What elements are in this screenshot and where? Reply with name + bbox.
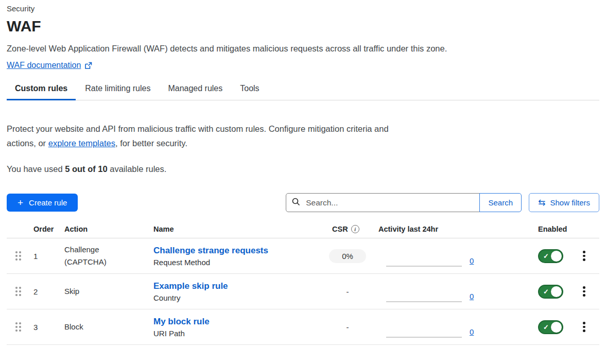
header-csr: CSR i (324, 225, 371, 233)
action-label: Block (64, 321, 83, 333)
explore-templates-link[interactable]: explore templates (48, 138, 115, 148)
tab-tools[interactable]: Tools (232, 84, 267, 100)
enabled-toggle[interactable]: ✓ (538, 285, 563, 299)
search-box (286, 193, 480, 212)
csr-cell: - (324, 323, 371, 332)
tab-label: Tools (240, 84, 259, 93)
enabled-cell: ✓ (538, 320, 569, 334)
toolbar: + Create rule Search ⇆ Show filters (7, 193, 599, 212)
drag-cell (7, 322, 33, 332)
tab-label: Rate limiting rules (85, 84, 150, 93)
toggle-knob (551, 286, 562, 297)
page-description: Zone-level Web Application Firewall (WAF… (7, 44, 599, 54)
enabled-cell: ✓ (538, 249, 569, 263)
usage-prefix: You have used (7, 164, 65, 174)
order-cell: 1 (33, 252, 64, 261)
search-icon (292, 198, 300, 208)
tab-label: Custom rules (15, 84, 67, 93)
action-cell: Challenge (CAPTCHA) (64, 244, 153, 268)
table-header-row: Order Action Name CSR i Activity last 24… (7, 225, 599, 238)
rules-table: Order Action Name CSR i Activity last 24… (7, 225, 599, 345)
show-filters-label: Show filters (550, 198, 590, 207)
order-cell: 2 (33, 287, 64, 296)
enabled-cell: ✓ (538, 285, 569, 299)
rule-name-link[interactable]: Example skip rule (153, 281, 228, 291)
intro-paragraph: Protect your website and API from malici… (7, 122, 390, 150)
waf-page: Security WAF Zone-level Web Application … (0, 0, 606, 345)
tab-custom-rules[interactable]: Custom rules (7, 84, 76, 100)
activity-count-link[interactable]: 0 (470, 292, 474, 301)
create-rule-button[interactable]: + Create rule (7, 194, 78, 212)
name-cell: Challenge strange requests Request Metho… (153, 246, 324, 267)
header-name: Name (153, 225, 324, 233)
breadcrumb: Security (7, 4, 599, 13)
usage-count: 5 out of 10 (65, 164, 108, 174)
drag-handle-icon[interactable] (15, 251, 21, 261)
rule-field-label: URI Path (153, 329, 324, 338)
header-enabled: Enabled (538, 225, 569, 233)
header-csr-label: CSR (332, 225, 348, 233)
activity-cell: 0 (371, 274, 484, 309)
name-cell: Example skip rule Country (153, 281, 324, 302)
doc-link-row: WAF documentation (7, 61, 599, 70)
search-group: Search ⇆ Show filters (286, 193, 599, 212)
drag-cell (7, 287, 33, 296)
usage-summary: You have used 5 out of 10 available rule… (7, 164, 599, 174)
swap-arrows-icon: ⇆ (538, 198, 545, 207)
toggle-knob (551, 322, 562, 333)
action-cell: Block (64, 321, 153, 333)
check-icon: ✓ (543, 323, 549, 331)
order-cell: 3 (33, 323, 64, 332)
plus-icon: + (18, 198, 23, 207)
table-body: 1 Challenge (CAPTCHA) Challenge strange … (7, 238, 599, 345)
header-action: Action (64, 225, 153, 233)
name-cell: My block rule URI Path (153, 317, 324, 338)
csr-value: 0% (329, 249, 366, 263)
activity-count-link[interactable]: 0 (470, 327, 474, 336)
tab-rate-limiting-rules[interactable]: Rate limiting rules (77, 84, 159, 100)
row-menu-kebab-icon[interactable] (569, 322, 599, 332)
external-link-icon (84, 62, 92, 70)
check-icon: ✓ (543, 288, 549, 296)
table-row: 2 Skip Example skip rule Country - 0 ✓ (7, 274, 599, 309)
enabled-toggle[interactable]: ✓ (538, 320, 563, 334)
rule-field-label: Request Method (153, 258, 324, 267)
csr-cell: - (324, 287, 371, 296)
rule-name-link[interactable]: Challenge strange requests (153, 246, 268, 256)
create-rule-label: Create rule (29, 198, 67, 207)
drag-handle-icon[interactable] (15, 322, 21, 332)
toggle-knob (551, 251, 562, 262)
tab-label: Managed rules (168, 84, 222, 93)
waf-documentation-link[interactable]: WAF documentation (7, 61, 81, 70)
table-row: 3 Block My block rule URI Path - 0 ✓ (7, 309, 599, 345)
tabs: Custom rules Rate limiting rules Managed… (7, 84, 599, 100)
drag-handle-icon[interactable] (15, 287, 21, 296)
enabled-toggle[interactable]: ✓ (538, 249, 563, 263)
action-cell: Skip (64, 285, 153, 298)
activity-sparkline (386, 301, 462, 302)
tab-managed-rules[interactable]: Managed rules (160, 84, 231, 100)
header-order: Order (33, 225, 64, 233)
show-filters-button[interactable]: ⇆ Show filters (529, 193, 599, 212)
info-icon[interactable]: i (351, 225, 359, 233)
action-label: Skip (64, 285, 79, 298)
activity-sparkline (386, 337, 462, 338)
drag-cell (7, 251, 33, 261)
action-label: Challenge (CAPTCHA) (64, 244, 122, 268)
intro-text-after: , for better security. (115, 138, 187, 148)
csr-value: - (347, 323, 349, 332)
row-menu-kebab-icon[interactable] (569, 286, 599, 297)
activity-count-link[interactable]: 0 (470, 256, 474, 265)
search-input[interactable] (305, 198, 474, 208)
check-icon: ✓ (543, 252, 549, 260)
activity-sparkline (386, 266, 462, 267)
csr-value: - (347, 287, 349, 296)
table-row: 1 Challenge (CAPTCHA) Challenge strange … (7, 238, 599, 274)
page-title: WAF (7, 18, 599, 35)
usage-suffix: available rules. (108, 164, 167, 174)
rule-field-label: Country (153, 293, 324, 302)
row-menu-kebab-icon[interactable] (569, 251, 599, 261)
rule-name-link[interactable]: My block rule (153, 317, 210, 327)
activity-cell: 0 (371, 309, 484, 344)
search-button[interactable]: Search (479, 193, 522, 212)
